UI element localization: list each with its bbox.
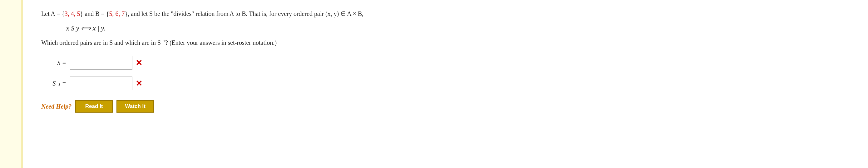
question-text: Which ordered pairs are in S and which a… bbox=[41, 38, 849, 47]
left-bar bbox=[0, 0, 23, 168]
set-a-values: 3, 4, 5 bbox=[65, 10, 80, 17]
set-b-values: 5, 6, 7 bbox=[109, 10, 125, 17]
question-part2: ? (Enter your answers in set-roster nota… bbox=[165, 39, 277, 46]
math-expression: x S y ⟺ x | y. bbox=[66, 24, 105, 32]
intro-part1: Let A = { bbox=[41, 10, 65, 17]
s-input[interactable] bbox=[70, 56, 132, 70]
s-label: S = bbox=[41, 59, 66, 67]
question-part1: Which ordered pairs are in S and which a… bbox=[41, 39, 161, 46]
s-inverse-error-mark: ✕ bbox=[135, 79, 143, 88]
intro-part3: }, and let S be the "divides" relation f… bbox=[125, 10, 364, 17]
s-inverse-input-row: S−1 = ✕ bbox=[41, 77, 849, 90]
s-input-row: S = ✕ bbox=[41, 56, 849, 70]
read-it-button[interactable]: Read It bbox=[75, 100, 113, 113]
s-inverse-sup: −1 bbox=[56, 82, 60, 87]
question-sup: −1 bbox=[161, 39, 165, 43]
s-inverse-label: S−1 = bbox=[41, 80, 66, 87]
math-line: x S y ⟺ x | y. bbox=[66, 24, 849, 32]
watch-it-button[interactable]: Watch It bbox=[117, 100, 154, 113]
help-row: Need Help? Read It Watch It bbox=[41, 100, 849, 113]
problem-intro: Let A = {3, 4, 5} and B = {5, 6, 7}, and… bbox=[41, 9, 849, 19]
s-error-mark: ✕ bbox=[135, 58, 143, 68]
s-inverse-equals: = bbox=[62, 80, 66, 87]
s-inverse-s: S bbox=[53, 80, 56, 87]
main-content: Let A = {3, 4, 5} and B = {5, 6, 7}, and… bbox=[23, 0, 868, 168]
need-help-label: Need Help? bbox=[41, 103, 71, 110]
intro-part2: } and B = { bbox=[80, 10, 109, 17]
page-wrapper: Let A = {3, 4, 5} and B = {5, 6, 7}, and… bbox=[0, 0, 868, 168]
s-inverse-input[interactable] bbox=[70, 77, 132, 90]
